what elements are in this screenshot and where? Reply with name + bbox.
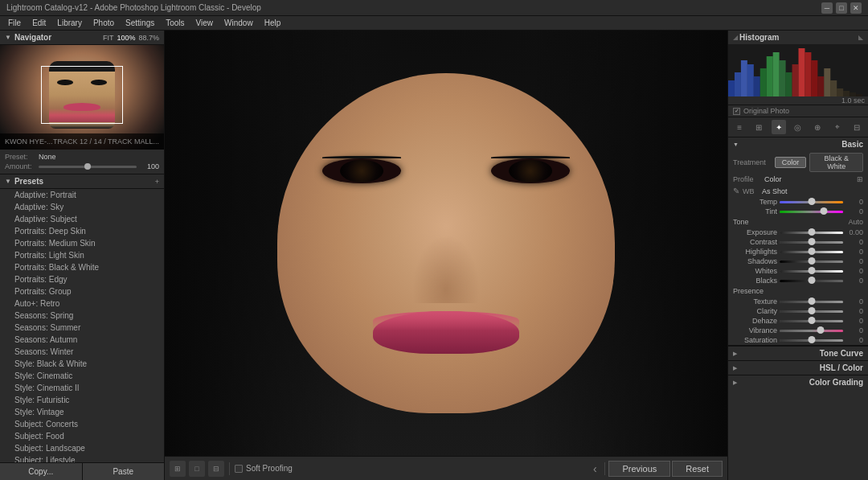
shadows-thumb[interactable] [808,257,815,265]
image-area[interactable] [165,31,727,456]
minimize-btn[interactable]: ─ [821,2,833,14]
preset-item-21[interactable]: Subject: Landscape [0,442,164,454]
preset-item-19[interactable]: Subject: Concerts [0,418,164,430]
close-btn[interactable]: ✕ [850,2,862,14]
tool-crop-icon[interactable]: ⊞ [751,120,766,134]
texture-thumb[interactable] [808,297,815,305]
preset-item-18[interactable]: Style: Vintage [0,406,164,418]
temp-slider[interactable] [780,201,843,203]
reset-button[interactable]: Reset [672,461,723,477]
menu-window[interactable]: Window [219,18,258,27]
contrast-thumb[interactable] [808,238,815,245]
exposure-thumb[interactable] [808,228,815,236]
preset-item-0[interactable]: Adaptive: Portrait [0,189,164,201]
eyedropper-icon[interactable]: ✎ [733,187,739,195]
whites-thumb[interactable] [808,267,815,274]
menu-view[interactable]: View [191,18,219,27]
color-grading-header[interactable]: ▶ Color Grading [728,375,868,389]
zoom-100[interactable]: 100% [117,34,135,42]
presets-add-icon[interactable]: + [155,178,159,186]
bw-treatment-btn[interactable]: Black & White [809,153,863,172]
vibrance-thumb[interactable] [817,326,825,334]
soft-proofing-control[interactable]: Soft Proofing [235,464,293,473]
toolbar-loupe-icon[interactable]: □ [189,461,205,477]
exposure-slider[interactable] [780,232,843,234]
tool-list-icon[interactable]: ≡ [732,120,747,134]
original-photo-checkbox[interactable] [733,108,740,115]
blacks-slider[interactable] [780,280,843,282]
temp-thumb[interactable] [808,198,815,205]
expand-arrow[interactable]: ‹ [588,462,601,475]
preset-item-15[interactable]: Style: Cinematic [0,370,164,382]
hist-right-arrow[interactable]: ◣ [858,34,863,41]
zoom-custom[interactable]: 88.7% [138,34,159,42]
tool-grad-icon[interactable]: ⊕ [810,120,825,134]
histogram-header[interactable]: ◢ Histogram ◣ [728,31,868,44]
tool-radial-icon[interactable]: ⌖ [830,120,845,134]
saturation-thumb[interactable] [808,336,815,343]
zoom-fit[interactable]: FIT [103,34,114,42]
preset-item-6[interactable]: Portraits: Black & White [0,261,164,273]
contrast-slider[interactable] [780,241,843,244]
clarity-thumb[interactable] [808,307,815,314]
hsl-color-header[interactable]: ▶ HSL / Color [728,360,868,375]
previous-button[interactable]: Previous [608,461,670,477]
tint-thumb[interactable] [821,207,828,215]
preset-item-20[interactable]: Subject: Food [0,430,164,442]
toolbar-grid-icon[interactable]: ⊞ [170,461,186,477]
blacks-thumb[interactable] [808,277,815,284]
highlights-thumb[interactable] [808,248,815,255]
menu-library[interactable]: Library [52,18,87,27]
menu-edit[interactable]: Edit [27,18,51,27]
tool-brush-icon[interactable]: ✦ [772,120,786,134]
menu-help[interactable]: Help [260,18,286,27]
preset-item-14[interactable]: Style: Black & White [0,358,164,370]
vibrance-slider[interactable] [780,330,843,332]
preset-item-1[interactable]: Adaptive: Sky [0,201,164,213]
clarity-slider[interactable] [780,310,843,313]
tone-curve-header[interactable]: ▶ Tone Curve [728,346,868,360]
preset-item-8[interactable]: Portraits: Group [0,285,164,297]
tone-auto[interactable]: Auto [848,218,863,226]
dehaze-slider[interactable] [780,320,843,322]
whites-slider[interactable] [780,270,843,273]
hist-left-arrow[interactable]: ◢ [733,34,738,41]
preset-item-7[interactable]: Portraits: Edgy [0,273,164,285]
preset-item-12[interactable]: Seasons: Autumn [0,334,164,346]
preset-item-16[interactable]: Style: Cinematic II [0,382,164,394]
preset-item-5[interactable]: Portraits: Light Skin [0,249,164,261]
profile-menu-icon[interactable]: ⊞ [857,175,863,183]
amount-slider[interactable] [39,166,137,168]
menu-settings[interactable]: Settings [121,18,159,27]
texture-slider[interactable] [780,301,843,303]
tool-heal-icon[interactable]: ◎ [791,120,805,134]
menu-photo[interactable]: Photo [88,18,119,27]
preset-item-11[interactable]: Seasons: Summer [0,322,164,334]
highlights-slider[interactable] [780,251,843,253]
navigator-header[interactable]: ▼ Navigator FIT 100% 88.7% [0,31,164,45]
tint-slider[interactable] [780,211,843,213]
preset-item-13[interactable]: Seasons: Winter [0,346,164,358]
blacks-label: Blacks [733,277,777,285]
preset-item-2[interactable]: Adaptive: Subject [0,213,164,225]
menu-file[interactable]: File [3,18,26,27]
preset-item-10[interactable]: Seasons: Spring [0,310,164,322]
shadows-slider[interactable] [780,261,843,263]
presets-header[interactable]: ▼ Presets + [0,174,164,189]
toolbar-compare-icon[interactable]: ⊟ [208,461,224,477]
maximize-btn[interactable]: □ [836,2,847,14]
menu-tools[interactable]: Tools [161,18,189,27]
paste-button[interactable]: Paste [83,463,165,480]
tool-range-icon[interactable]: ⊟ [850,120,864,134]
saturation-slider[interactable] [780,339,843,342]
preset-item-3[interactable]: Portraits: Deep Skin [0,225,164,237]
preset-item-22[interactable]: Subject: Lifestyle [0,454,164,462]
preset-item-9[interactable]: Auto+: Retro [0,297,164,310]
soft-proofing-checkbox[interactable] [235,465,243,473]
dehaze-thumb[interactable] [808,317,815,324]
color-treatment-btn[interactable]: Color [775,157,807,168]
preset-item-17[interactable]: Style: Futuristic [0,394,164,406]
copy-button[interactable]: Copy... [0,463,83,480]
basic-section-header[interactable]: ▼ Basic [728,137,868,151]
preset-item-4[interactable]: Portraits: Medium Skin [0,237,164,249]
